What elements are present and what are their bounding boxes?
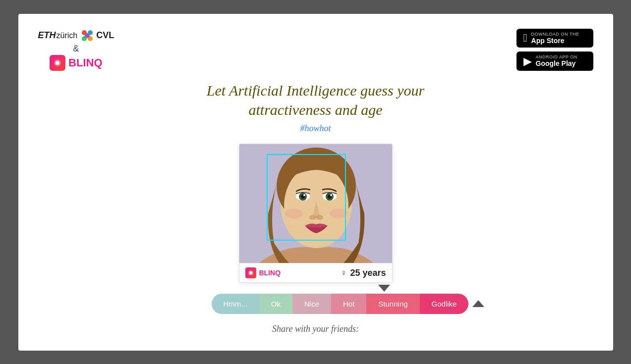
cvl-dots-icon [80, 29, 94, 43]
eth-label: ETH [38, 30, 56, 41]
header: ETH zürich CVL & [38, 29, 593, 71]
app-store-text: Download on the App Store [531, 32, 579, 45]
rating-hot-button[interactable]: Hot [331, 294, 366, 314]
rating-nice-button[interactable]: Nice [292, 294, 331, 314]
cvl-label: CVL [96, 30, 114, 41]
eth-cvl-row: ETH zürich CVL [38, 29, 115, 43]
main-window: ETH zürich CVL & [18, 14, 613, 351]
cvl-logo: CVL [80, 29, 114, 43]
svg-point-6 [56, 61, 59, 65]
google-play-main: Google Play [536, 59, 577, 68]
rating-buttons: Hmm... Ok Nice Hot Stunning Godlike [212, 294, 469, 314]
ampersand: & [73, 44, 79, 54]
footer-right: ♀ 25 years [341, 268, 386, 278]
arrow-down-container [239, 285, 393, 291]
arrow-up-icon [472, 300, 484, 307]
main-title: Let Artificial Intelligence guess your a… [172, 81, 459, 119]
google-play-icon: ▶ [523, 55, 532, 68]
hashtag: #howhot [300, 123, 331, 134]
card-footer: BLINQ ♀ 25 years [239, 263, 392, 282]
rating-ok-button[interactable]: Ok [259, 294, 292, 314]
gender-icon: ♀ [341, 268, 347, 278]
footer-logo: BLINQ [245, 267, 281, 278]
google-play-button[interactable]: ▶ Android App on Google Play [516, 52, 593, 71]
apple-icon:  [523, 32, 527, 45]
photo-container [239, 144, 393, 263]
logo-area: ETH zürich CVL & [38, 29, 115, 71]
blinq-icon [50, 55, 65, 71]
footer-blinq-icon [245, 267, 256, 278]
arrow-down-icon [378, 285, 390, 292]
photo-and-arrows: BLINQ ♀ 25 years [239, 144, 393, 291]
share-text: Share with your friends: [272, 324, 359, 334]
arrows-col [472, 301, 487, 307]
eth-logo: ETH zürich [38, 30, 78, 41]
rating-godlike-button[interactable]: Godlike [420, 294, 469, 314]
face-detection-box [267, 154, 346, 241]
footer-blinq-logo-icon [247, 269, 254, 276]
app-buttons-area:  Download on the App Store ▶ Android Ap… [516, 29, 593, 71]
app-store-main: App Store [531, 37, 579, 45]
app-store-sub: Download on the [531, 32, 579, 37]
photo-card: BLINQ ♀ 25 years [239, 144, 393, 283]
app-store-button[interactable]:  Download on the App Store [516, 29, 593, 48]
svg-point-25 [249, 271, 252, 274]
age-display: 25 years [350, 268, 386, 278]
google-play-text: Android App on Google Play [536, 54, 577, 68]
rating-area: Hmm... Ok Nice Hot Stunning Godlike [212, 294, 420, 314]
google-play-sub: Android App on [536, 54, 577, 59]
footer-blinq-label: BLINQ [259, 269, 281, 277]
blinq-logo-icon [53, 58, 62, 67]
blinq-label: BLINQ [68, 56, 102, 69]
rating-stunning-button[interactable]: Stunning [366, 294, 419, 314]
blinq-logo: BLINQ [50, 55, 102, 71]
rating-hmm-button[interactable]: Hmm... [212, 294, 259, 314]
svg-point-4 [85, 33, 90, 38]
zurich-label: zürich [57, 31, 78, 40]
